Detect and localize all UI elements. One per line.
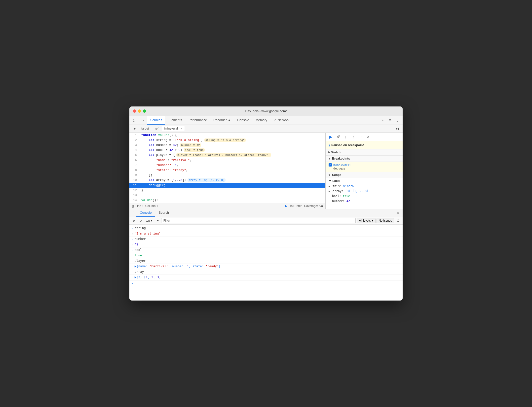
file-tabs-bar: ▶ target ref inline-eval × ▶▮	[129, 125, 403, 133]
run-shortcut: ⌘+Enter	[290, 204, 302, 208]
deactivate-breakpoints-button[interactable]: ⊘	[365, 134, 371, 140]
code-line-2: 2 let string = 'I\'m a string';string = …	[129, 138, 325, 143]
prompt-icon: ›	[131, 281, 133, 285]
console-row-array-out: › array	[129, 269, 403, 275]
filter-input[interactable]	[161, 218, 356, 223]
console-prompt: ›	[129, 280, 403, 286]
file-tab-inline-eval[interactable]: inline-eval ×	[162, 126, 185, 131]
close-tab-icon[interactable]: ×	[181, 127, 182, 130]
right-panel: ▶ ↺ ↓ ↑ → ⊘ ⏸ ℹ Paused on breakpoint ▶ W…	[326, 133, 403, 209]
cursor-icon[interactable]: ⬚	[131, 117, 138, 123]
run-icon[interactable]: ▶	[285, 204, 287, 208]
scope-this[interactable]: ▶ this: Window	[326, 184, 403, 189]
paused-text: Paused on breakpoint	[331, 143, 364, 147]
step-button[interactable]: →	[357, 134, 364, 140]
breakpoint-item[interactable]: ✓ inline-eval:11 debugger;	[326, 162, 403, 172]
console-row-bool-val: ‹ true	[129, 253, 403, 258]
tab-elements[interactable]: Elements	[166, 116, 185, 125]
scope-section-header[interactable]: ▼ Scope	[326, 172, 403, 178]
breakpoint-code: debugger;	[333, 167, 400, 170]
breakpoints-list: ✓ inline-eval:11 debugger;	[326, 162, 403, 172]
code-line-4: 4 let bool = 42 > 0;bool = true	[129, 148, 325, 153]
main-area: 1 function values() { 2 let string = 'I\…	[129, 133, 403, 209]
top-label: top	[146, 219, 150, 222]
local-scope-header[interactable]: ▼ Local	[326, 178, 403, 184]
file-navigator-icon[interactable]: ▶	[131, 125, 138, 132]
tab-bar-right: » ⚙ ⋮	[379, 117, 401, 123]
levels-chevron-icon: ▾	[372, 219, 373, 222]
minimize-button[interactable]	[138, 109, 141, 113]
code-line-8: 8 "state": "ready",	[129, 168, 325, 173]
close-console-icon[interactable]: ×	[395, 210, 401, 216]
console-settings-icon[interactable]: ⚙	[395, 218, 401, 223]
console-row-player-val: ‹ ▶{name: 'Parzival', number: 1, state: …	[129, 264, 403, 269]
devtools-window: DevTools - www.google.com/ ⬚ ▭ Sources E…	[129, 106, 403, 301]
scope-bool[interactable]: bool: true	[326, 194, 403, 199]
tab-bar-left-icons: ⬚ ▭	[131, 117, 145, 123]
tab-recorder[interactable]: Recorder ▲	[210, 116, 234, 125]
console-row-string-val: ‹ "I'm a string"	[129, 231, 403, 237]
settings-icon[interactable]: ⚙	[387, 117, 393, 123]
debug-controls: ▶ ↺ ↓ ↑ → ⊘ ⏸	[326, 133, 403, 141]
watch-section-header[interactable]: ▶ Watch	[326, 149, 403, 156]
breakpoint-checkbox[interactable]: ✓	[329, 163, 332, 167]
info-icon: ℹ	[329, 143, 330, 147]
eye-icon[interactable]: 👁	[155, 218, 160, 223]
code-editor[interactable]: 1 function values() { 2 let string = 'I\…	[129, 133, 325, 203]
no-issues-button[interactable]: No Issues	[377, 218, 394, 223]
tab-memory[interactable]: Memory	[253, 116, 270, 125]
output-arrow-icon: ›	[131, 237, 133, 241]
tab-console-bottom[interactable]: Console	[136, 209, 155, 217]
scope-section: ▼ Local ▶ this: Window ▶ array: (3) [1, …	[326, 178, 403, 209]
coverage-status: Coverage: n/a	[304, 204, 323, 208]
scope-arrow-icon: ▼	[328, 173, 331, 176]
scope-array[interactable]: ▶ array: (3) [1, 2, 3]	[326, 189, 403, 194]
titlebar: DevTools - www.google.com/	[129, 106, 403, 116]
code-line-11: 11 debugger;	[129, 183, 325, 188]
pretty-print-icon[interactable]: {}	[132, 204, 134, 208]
scope-number[interactable]: number: 42	[326, 199, 403, 204]
block-icon[interactable]: ⊝	[138, 218, 143, 223]
watch-arrow-icon: ▶	[328, 151, 330, 154]
code-line-5: 5 let player = {player = {name: 'Parziva…	[129, 153, 325, 158]
return-arrow-icon: ‹	[131, 253, 133, 257]
main-tabs: Sources Elements Performance Recorder ▲ …	[147, 116, 379, 125]
resume-button[interactable]: ▶	[328, 134, 334, 140]
pause-on-exceptions-button[interactable]: ⏸	[372, 134, 379, 140]
tab-performance[interactable]: Performance	[186, 116, 210, 125]
output-arrow-icon: ›	[131, 270, 133, 273]
clear-console-button[interactable]: ⊘	[131, 218, 137, 223]
log-levels-button[interactable]: All levels ▾	[357, 218, 375, 223]
run-snippet-icon[interactable]: ▶▮	[394, 125, 401, 132]
file-tab-ref[interactable]: ref	[152, 126, 161, 131]
panel-icon[interactable]: ▭	[139, 117, 145, 123]
step-over-button[interactable]: ↺	[335, 134, 342, 140]
fullscreen-button[interactable]	[143, 109, 146, 113]
console-row-number-val: ‹ 42	[129, 242, 403, 247]
tab-network[interactable]: ⚠ Network	[271, 116, 292, 125]
context-selector[interactable]: top ▾	[144, 218, 154, 223]
tab-search[interactable]: Search	[155, 209, 172, 217]
more-tabs-icon[interactable]: »	[379, 117, 386, 123]
breakpoint-file: inline-eval:11	[333, 163, 351, 167]
window-title: DevTools - www.google.com/	[245, 109, 287, 113]
console-row-player-out: › player	[129, 258, 403, 264]
top-tab-bar: ⬚ ▭ Sources Elements Performance Recorde…	[129, 116, 403, 125]
return-arrow-icon: ‹	[131, 232, 133, 235]
console-row-string-out: › string	[129, 226, 403, 231]
tab-console[interactable]: Console	[234, 116, 252, 125]
devtools-menu-icon[interactable]: ⋮	[394, 117, 401, 123]
code-panel: 1 function values() { 2 let string = 'I\…	[129, 133, 326, 209]
console-menu-icon[interactable]: ⋮	[131, 210, 136, 215]
code-line-7: 7 "number": 1,	[129, 163, 325, 168]
local-label: ▼ Local	[329, 179, 340, 183]
step-out-button[interactable]: ↑	[350, 134, 356, 140]
chevron-down-icon: ▾	[151, 219, 152, 222]
file-tab-target[interactable]: target	[139, 126, 152, 131]
breakpoints-section-header[interactable]: ▼ Breakpoints	[326, 156, 403, 162]
tab-sources[interactable]: Sources	[147, 116, 165, 125]
cursor-position: Line 1, Column 1	[136, 204, 158, 208]
close-button[interactable]	[133, 109, 136, 113]
step-into-button[interactable]: ↓	[342, 134, 349, 140]
code-line-10: 10 let array = [1,2,3];array = (3) [1, 2…	[129, 178, 325, 183]
